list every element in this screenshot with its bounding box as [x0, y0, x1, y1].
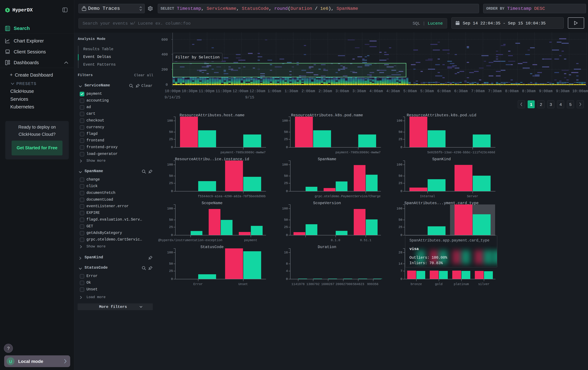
- svg-text:8:00am: 8:00am: [505, 89, 519, 93]
- svg-text:2:30am: 2:30am: [318, 89, 332, 93]
- svg-text:3:00am: 3:00am: [336, 89, 349, 93]
- svg-text:4:30am: 4:30am: [386, 89, 400, 93]
- svg-text:5:00am: 5:00am: [403, 89, 417, 93]
- svg-text:5:30am: 5:30am: [420, 89, 434, 93]
- svg-text:200: 200: [161, 68, 168, 72]
- svg-text:6:30am: 6:30am: [454, 89, 468, 93]
- svg-text:7:00am: 7:00am: [471, 89, 485, 93]
- svg-text:4:00am: 4:00am: [369, 89, 383, 93]
- svg-text:10:30pm: 10:30pm: [182, 89, 197, 93]
- svg-text:2:00am: 2:00am: [302, 89, 315, 93]
- svg-text:6:00am: 6:00am: [437, 89, 451, 93]
- svg-text:9/14/25: 9/14/25: [165, 95, 180, 100]
- svg-text:8:30am: 8:30am: [522, 89, 536, 93]
- svg-text:12:00am: 12:00am: [232, 89, 248, 93]
- svg-text:10:00am: 10:00am: [572, 89, 588, 93]
- svg-text:1:00am: 1:00am: [268, 89, 281, 93]
- svg-text:9:00am: 9:00am: [539, 89, 553, 93]
- svg-text:0: 0: [166, 83, 168, 87]
- svg-text:9/15: 9/15: [245, 95, 254, 100]
- svg-text:400: 400: [161, 53, 168, 57]
- svg-text:3:30am: 3:30am: [352, 89, 366, 93]
- svg-text:11:00pm: 11:00pm: [199, 89, 214, 93]
- svg-text:7:30am: 7:30am: [488, 89, 502, 93]
- svg-text:10:00pm: 10:00pm: [165, 89, 180, 93]
- svg-text:11:30pm: 11:30pm: [216, 89, 231, 93]
- svg-text:600: 600: [161, 38, 168, 42]
- svg-text:1:30am: 1:30am: [284, 89, 298, 93]
- svg-text:12:30am: 12:30am: [250, 89, 265, 93]
- svg-text:9:30am: 9:30am: [556, 89, 569, 93]
